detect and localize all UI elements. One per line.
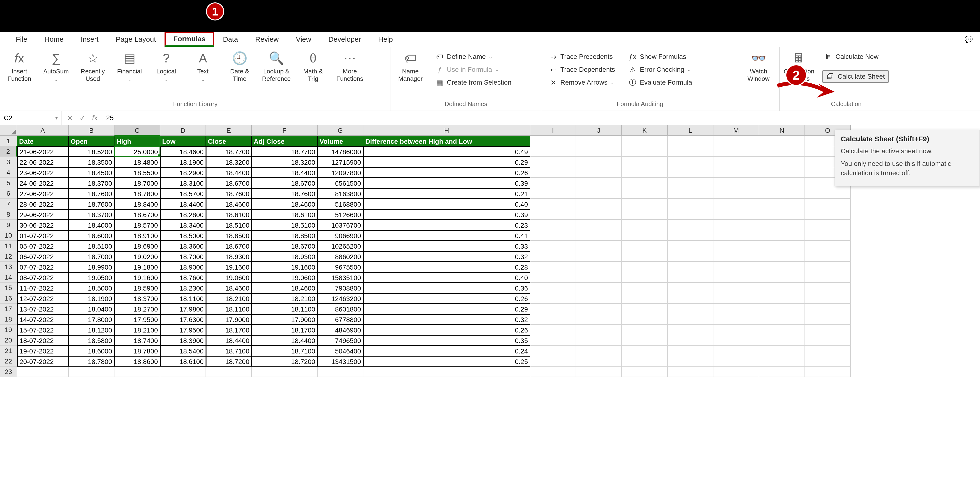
table-header-cell[interactable]: Date (17, 136, 69, 146)
cell[interactable] (759, 325, 805, 335)
cell[interactable]: 18.9000 (160, 262, 206, 272)
row-header-14[interactable]: 14 (0, 272, 17, 283)
cell[interactable]: 21-06-2022 (17, 146, 69, 157)
lookup-reference-button[interactable]: 🔍Lookup & Reference (261, 51, 292, 83)
cell[interactable] (668, 209, 713, 220)
cell[interactable] (805, 262, 851, 272)
cell[interactable]: 18.5700 (160, 188, 206, 199)
row-header-8[interactable]: 8 (0, 209, 17, 220)
cell[interactable]: 18-07-2022 (17, 335, 69, 346)
cell[interactable]: 18.5500 (115, 167, 160, 178)
cell[interactable]: 15835100 (318, 272, 363, 283)
cell[interactable]: 28-06-2022 (17, 199, 69, 209)
cell[interactable]: 4846900 (318, 325, 363, 335)
insert-function-button[interactable]: fxInsert Function (4, 51, 35, 83)
table-header-cell[interactable]: Close (206, 136, 252, 146)
row-header-9[interactable]: 9 (0, 220, 17, 230)
cell[interactable] (530, 220, 576, 230)
cell[interactable] (759, 314, 805, 325)
cell[interactable] (805, 220, 851, 230)
cell[interactable]: 18.7700 (252, 146, 318, 157)
cell[interactable] (805, 283, 851, 293)
cell[interactable]: 17.9800 (160, 303, 206, 314)
column-header-G[interactable]: G (318, 126, 363, 136)
cell[interactable]: 18.7200 (252, 356, 318, 367)
cell[interactable]: 0.33 (363, 241, 530, 251)
cell[interactable]: 17.9000 (252, 314, 318, 325)
cell[interactable]: 0.49 (363, 146, 530, 157)
cell[interactable] (668, 262, 713, 272)
tab-home[interactable]: Home (36, 32, 72, 47)
cell[interactable]: 18.7000 (115, 178, 160, 188)
cell[interactable] (805, 356, 851, 367)
row-header-21[interactable]: 21 (0, 346, 17, 356)
cell[interactable] (805, 272, 851, 283)
row-header-4[interactable]: 4 (0, 167, 17, 178)
name-box[interactable]: C2▾ (0, 111, 62, 125)
cell[interactable] (668, 335, 713, 346)
cell[interactable] (713, 283, 759, 293)
cell[interactable]: 18.6900 (115, 241, 160, 251)
cell[interactable] (530, 356, 576, 367)
cell[interactable]: 19.1800 (115, 262, 160, 272)
cell[interactable] (622, 346, 668, 356)
cell[interactable] (530, 367, 576, 377)
column-header-E[interactable]: E (206, 126, 252, 136)
cell[interactable] (622, 251, 668, 262)
cell[interactable]: 18.4400 (252, 167, 318, 178)
cell[interactable] (69, 367, 115, 377)
cell[interactable] (576, 303, 622, 314)
cell[interactable]: 08-07-2022 (17, 272, 69, 283)
cell[interactable]: 18.6700 (206, 241, 252, 251)
cell[interactable] (805, 251, 851, 262)
cell[interactable]: 18.8600 (115, 356, 160, 367)
cell[interactable] (622, 367, 668, 377)
cell[interactable]: 18.5800 (69, 335, 115, 346)
cell[interactable]: 18.3700 (69, 209, 115, 220)
cell[interactable] (576, 199, 622, 209)
cell[interactable]: 18.3400 (160, 220, 206, 230)
cell[interactable]: 19.0200 (115, 251, 160, 262)
cell[interactable] (668, 178, 713, 188)
cell[interactable]: 0.26 (363, 293, 530, 303)
trace-precedents-button[interactable]: ⇢Trace Precedents (547, 51, 617, 62)
cell[interactable] (622, 188, 668, 199)
column-header-L[interactable]: L (668, 126, 713, 136)
column-header-D[interactable]: D (160, 126, 206, 136)
row-header-23[interactable]: 23 (0, 367, 17, 377)
cell[interactable]: 18.1700 (206, 325, 252, 335)
cell[interactable]: 19-07-2022 (17, 346, 69, 356)
cell[interactable] (576, 314, 622, 325)
tab-insert[interactable]: Insert (72, 32, 107, 47)
row-header-20[interactable]: 20 (0, 335, 17, 346)
cell[interactable] (668, 199, 713, 209)
table-header-cell[interactable]: Difference between High and Low (363, 136, 530, 146)
cell[interactable] (576, 262, 622, 272)
cell[interactable]: 8860200 (318, 251, 363, 262)
cell[interactable]: 7496500 (318, 335, 363, 346)
cell[interactable] (713, 303, 759, 314)
cell[interactable]: 0.29 (363, 157, 530, 167)
cell[interactable] (530, 167, 576, 178)
cell[interactable] (530, 230, 576, 241)
cell[interactable] (530, 272, 576, 283)
cell[interactable] (622, 199, 668, 209)
cell[interactable] (805, 367, 851, 377)
cell[interactable]: 18.9100 (115, 230, 160, 241)
cell[interactable]: 18.2100 (252, 293, 318, 303)
row-header-11[interactable]: 11 (0, 241, 17, 251)
cell[interactable] (576, 346, 622, 356)
cell[interactable] (622, 136, 668, 146)
cell[interactable] (206, 367, 252, 377)
cell[interactable] (530, 199, 576, 209)
cell[interactable]: 18.7800 (115, 346, 160, 356)
table-header-cell[interactable]: High (115, 136, 160, 146)
cell[interactable]: 9066900 (318, 230, 363, 241)
cell[interactable] (713, 178, 759, 188)
text-button[interactable]: AText⌄ (188, 51, 218, 82)
cell[interactable] (530, 262, 576, 272)
cell[interactable] (759, 188, 805, 199)
tab-help[interactable]: Help (369, 32, 401, 47)
row-header-18[interactable]: 18 (0, 314, 17, 325)
cell[interactable]: 0.36 (363, 283, 530, 293)
